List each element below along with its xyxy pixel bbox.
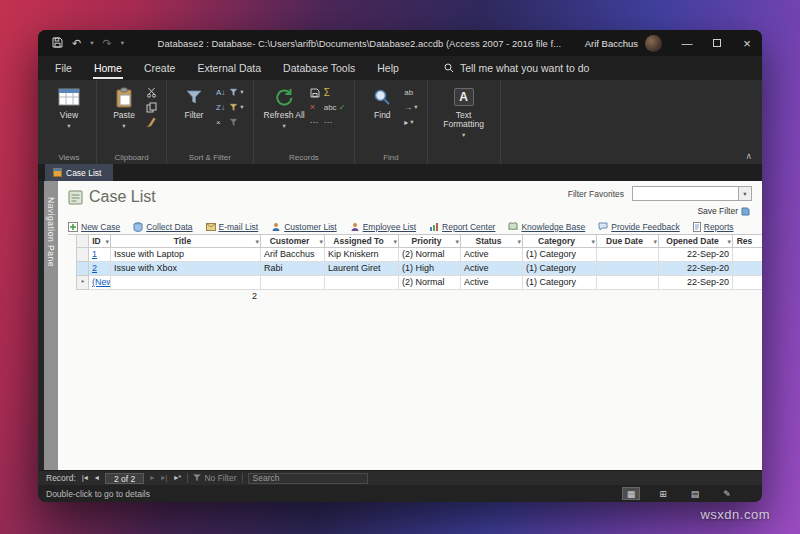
cell-category[interactable]: (1) Category (523, 276, 597, 290)
delete-record-icon[interactable]: × (310, 102, 320, 113)
close-button[interactable]: × (732, 30, 762, 56)
minimize-button[interactable]: — (672, 30, 702, 56)
pivot-view-icon[interactable]: ⊞ (654, 487, 672, 500)
employee-list-link[interactable]: Employee List (350, 222, 416, 232)
select-all-cell[interactable] (76, 234, 89, 248)
column-header-priority[interactable]: Priority▾ (399, 234, 461, 248)
column-header-status[interactable]: Status▾ (461, 234, 523, 248)
cell-due-date[interactable] (597, 276, 659, 290)
select-icon[interactable]: ▸▾ (404, 117, 417, 128)
tab-help[interactable]: Help (376, 57, 400, 79)
cell-res[interactable] (733, 276, 762, 290)
cell-priority[interactable]: (1) High (399, 262, 461, 276)
filter-favorites-combo[interactable]: ▾ (632, 186, 752, 201)
next-record-button[interactable]: ▸ (149, 474, 155, 482)
refresh-all-button[interactable]: Refresh All ▾ (261, 82, 308, 130)
report-center-link[interactable]: Report Center (429, 222, 495, 232)
cell-opened-date[interactable]: 22-Sep-20 (659, 276, 733, 290)
email-list-link[interactable]: E-mail List (206, 222, 259, 232)
cell-res[interactable] (733, 262, 762, 276)
undo-icon[interactable]: ↶ (72, 38, 81, 49)
cell-assigned-to[interactable]: Kip Kniskern (325, 248, 399, 262)
replace-icon[interactable]: ab (404, 87, 417, 98)
column-header-category[interactable]: Category▾ (523, 234, 597, 248)
column-header-title[interactable]: Title▾ (111, 234, 261, 248)
column-header-opened-date[interactable]: Opened Date▾ (659, 234, 733, 248)
first-record-button[interactable]: |◂ (81, 474, 89, 482)
text-formatting-button[interactable]: A Text Formatting ▾ (435, 82, 493, 139)
tab-home[interactable]: Home (93, 57, 123, 79)
account-name[interactable]: Arif Bacchus (585, 38, 638, 49)
cell-status[interactable]: Active (461, 262, 523, 276)
cell-opened-date[interactable]: 22-Sep-20 (659, 248, 733, 262)
save-icon[interactable] (52, 37, 63, 50)
save-filter-link[interactable]: Save Filter (697, 206, 750, 216)
layout-view-icon[interactable]: ▤ (686, 487, 704, 500)
tab-file[interactable]: File (54, 57, 73, 79)
combo-dropdown-icon[interactable]: ▾ (738, 187, 751, 200)
cell-priority[interactable]: (2) Normal (399, 248, 461, 262)
collapse-ribbon-icon[interactable]: ∧ (745, 151, 752, 161)
customer-list-link[interactable]: Customer List (271, 222, 336, 232)
row-selector[interactable] (76, 248, 89, 262)
cell-customer[interactable] (261, 276, 325, 290)
record-position[interactable]: 2 of 2 (105, 473, 144, 484)
avatar[interactable] (645, 35, 662, 52)
row-selector[interactable] (76, 262, 89, 276)
tab-database-tools[interactable]: Database Tools (282, 57, 356, 79)
cell-title[interactable]: Issue with Xbox (111, 262, 261, 276)
tell-me-box[interactable]: Tell me what you want to do (444, 62, 590, 74)
qat-customize-icon[interactable]: ▾ (121, 39, 124, 47)
goto-icon[interactable]: →▾ (404, 102, 417, 113)
cell-opened-date[interactable]: 22-Sep-20 (659, 262, 733, 276)
cell-title[interactable] (111, 276, 261, 290)
cell-customer[interactable]: Rabi (261, 262, 325, 276)
cell-assigned-to[interactable]: Laurent Giret (325, 262, 399, 276)
previous-record-button[interactable]: ◂ (94, 474, 100, 482)
sort-ascending-icon[interactable]: A↓ (216, 87, 225, 98)
last-record-button[interactable]: ▸| (160, 474, 168, 482)
tab-create[interactable]: Create (143, 57, 177, 79)
tab-external-data[interactable]: External Data (196, 57, 262, 79)
sort-descending-icon[interactable]: Z↓ (216, 102, 225, 113)
spelling-icon[interactable]: abc✓ (324, 102, 346, 113)
advanced-filter-icon[interactable]: ▾ (229, 102, 243, 113)
new-row-selector[interactable]: * (76, 276, 89, 290)
cell-category[interactable]: (1) Category (523, 262, 597, 276)
design-view-icon[interactable]: ✎ (718, 487, 736, 500)
cell-id[interactable]: 2 (89, 262, 111, 276)
copy-icon[interactable] (146, 102, 157, 113)
collect-data-link[interactable]: Collect Data (133, 222, 192, 232)
more-icon[interactable]: ⋯ (324, 117, 346, 128)
toggle-filter-icon[interactable] (229, 117, 243, 128)
reports-link[interactable]: Reports (693, 222, 734, 232)
undo-dropdown-icon[interactable]: ▾ (90, 39, 93, 47)
format-painter-icon[interactable] (146, 117, 157, 128)
datasheet-view-icon[interactable]: ▦ (622, 487, 640, 500)
new-case-link[interactable]: New Case (68, 222, 120, 232)
more-records-icon[interactable]: ⋯ (310, 117, 320, 128)
cut-icon[interactable] (146, 87, 157, 98)
filter-button[interactable]: Filter (174, 82, 214, 120)
view-button[interactable]: View ▾ (49, 82, 89, 130)
cell-res[interactable] (733, 248, 762, 262)
cell-category[interactable]: (1) Category (523, 248, 597, 262)
navigation-pane-collapsed[interactable]: Navigation Pane (44, 181, 58, 470)
cell-assigned-to[interactable] (325, 276, 399, 290)
save-record-icon[interactable] (310, 87, 320, 98)
cell-status[interactable]: Active (461, 248, 523, 262)
cell-due-date[interactable] (597, 248, 659, 262)
column-header-due-date[interactable]: Due Date▾ (597, 234, 659, 248)
cell-customer[interactable]: Arif Bacchus (261, 248, 325, 262)
paste-button[interactable]: Paste ▾ (104, 82, 144, 130)
totals-icon[interactable]: Σ (324, 87, 346, 98)
new-record-button[interactable]: ▸* (173, 474, 182, 482)
column-header-id[interactable]: ID▾ (89, 234, 111, 248)
doc-tab-case-list[interactable]: Case List (45, 164, 113, 181)
cell-status[interactable]: Active (461, 276, 523, 290)
cell-priority[interactable]: (2) Normal (399, 276, 461, 290)
column-header-assigned-to[interactable]: Assigned To▾ (325, 234, 399, 248)
provide-feedback-link[interactable]: Provide Feedback (598, 222, 680, 232)
column-header-customer[interactable]: Customer▾ (261, 234, 325, 248)
maximize-button[interactable] (702, 30, 732, 56)
